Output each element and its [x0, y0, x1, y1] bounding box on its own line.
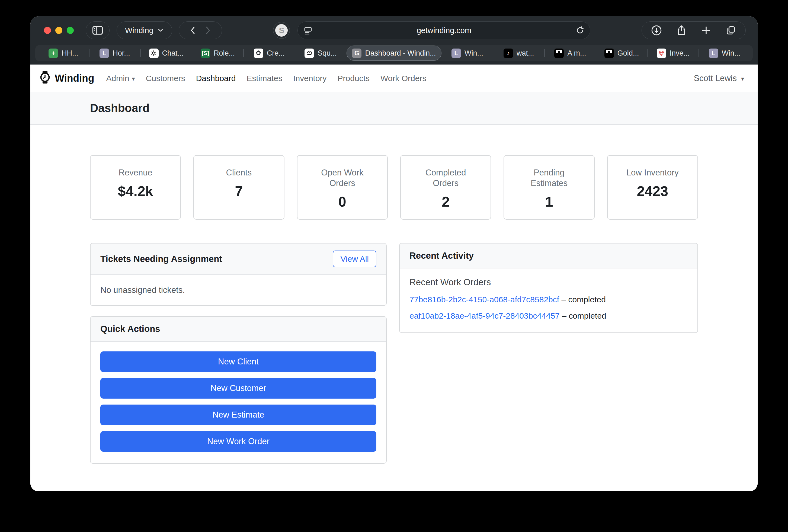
stat-card-low-inventory: Low Inventory 2423 — [607, 155, 698, 220]
green-s-icon: [S] — [201, 48, 210, 58]
nav-customers[interactable]: Customers — [146, 74, 185, 83]
nav-admin[interactable]: Admin▾ — [106, 74, 135, 83]
tab-group-label: Winding — [125, 26, 154, 35]
brand[interactable]: Winding — [39, 71, 94, 86]
black-white-block-icon — [554, 48, 564, 58]
red-crystal-icon — [657, 48, 666, 58]
work-order-link[interactable]: eaf10ab2-18ae-4af5-94c7-28403bc44457 — [410, 311, 560, 320]
tab-dashboard-active[interactable]: G Dashboard - Windin... — [347, 45, 441, 61]
titlebar: Winding S getwinding. — [31, 16, 757, 44]
letter-l-icon: L — [709, 48, 718, 58]
toolbar-actions — [642, 21, 746, 39]
user-menu[interactable]: Scott Lewis ▾ — [694, 74, 744, 83]
main-area: Revenue $4.2k Clients 7 Open Work Orders… — [31, 125, 757, 491]
watch-logo-icon — [39, 71, 51, 86]
downloads-icon[interactable] — [651, 25, 662, 36]
stat-card-pending-estimates: Pending Estimates 1 — [504, 155, 594, 220]
minimize-window-button[interactable] — [55, 27, 62, 34]
work-order-row: 77be816b-2b2c-4150-a068-afd7c8582bcf – c… — [410, 295, 688, 304]
stat-card-revenue: Revenue $4.2k — [90, 155, 181, 220]
tab-inve[interactable]: Inve... — [648, 45, 698, 61]
recent-activity-title: Recent Activity — [410, 251, 474, 261]
site-navbar: Winding Admin▾ Customers Dashboard Estim… — [31, 64, 757, 92]
tab-cre[interactable]: Cre... — [244, 45, 295, 61]
tab-squ[interactable]: Squ... — [295, 45, 346, 61]
user-name: Scott Lewis — [694, 74, 737, 83]
page-header: Dashboard — [31, 92, 757, 125]
recent-work-orders-heading: Recent Work Orders — [410, 277, 688, 288]
browser-chrome: Winding S getwinding. — [31, 16, 757, 64]
url-text: getwinding.com — [298, 26, 590, 35]
tab-chat[interactable]: Chat... — [141, 45, 192, 61]
nav-products[interactable]: Products — [338, 74, 370, 83]
forward-icon[interactable] — [205, 26, 211, 35]
letter-g-icon: G — [352, 48, 361, 58]
tab-win-1[interactable]: L Win... — [442, 45, 493, 61]
new-customer-button[interactable]: New Customer — [100, 378, 376, 399]
stat-card-open-work-orders: Open Work Orders 0 — [297, 155, 388, 220]
tab-overview-icon[interactable] — [725, 25, 736, 36]
spreadsheet-cross-icon: + — [48, 48, 58, 58]
tab-gold[interactable]: Gold... — [596, 45, 647, 61]
chevron-down-icon — [157, 28, 164, 33]
chevron-down-icon: ▾ — [132, 75, 135, 82]
share-icon[interactable] — [676, 25, 687, 36]
tickets-panel-title: Tickets Needing Assignment — [100, 254, 222, 264]
view-all-button[interactable]: View All — [333, 251, 376, 267]
tab-am[interactable]: A m... — [545, 45, 596, 61]
dark-ring-icon — [254, 48, 263, 58]
music-note-icon: ♪ — [504, 48, 513, 58]
chatgpt-knot-icon — [149, 48, 159, 58]
tab-role[interactable]: [S] Role... — [192, 45, 243, 61]
work-order-status: – completed — [562, 311, 606, 320]
nav-dashboard[interactable]: Dashboard — [196, 74, 236, 83]
work-order-link[interactable]: 77be816b-2b2c-4150-a068-afd7c8582bcf — [410, 295, 559, 304]
squiggle-icon — [304, 48, 314, 58]
nav-work-orders[interactable]: Work Orders — [380, 74, 426, 83]
page-content: Winding Admin▾ Customers Dashboard Estim… — [31, 64, 757, 491]
sidebar-toggle-icon — [92, 26, 103, 35]
new-estimate-button[interactable]: New Estimate — [100, 405, 376, 425]
quick-actions-title: Quick Actions — [100, 324, 160, 334]
chevron-down-icon: ▾ — [741, 75, 744, 82]
recent-activity-panel: Recent Activity Recent Work Orders 77be8… — [399, 243, 698, 333]
site-menu: Admin▾ Customers Dashboard Estimates Inv… — [106, 74, 427, 83]
extension-s-icon[interactable]: S — [273, 22, 290, 39]
work-order-row: eaf10ab2-18ae-4af5-94c7-28403bc44457 – c… — [410, 311, 688, 320]
new-work-order-button[interactable]: New Work Order — [100, 431, 376, 452]
sidebar-toggle-button[interactable] — [86, 21, 110, 39]
tab-hh[interactable]: + HH... — [38, 45, 89, 61]
tab-group-selector[interactable]: Winding — [117, 21, 172, 39]
page-title: Dashboard — [90, 102, 698, 115]
tickets-panel: Tickets Needing Assignment View All No u… — [90, 243, 387, 306]
browser-window: Winding S getwinding. — [31, 16, 757, 491]
tab-win-2[interactable]: L Win... — [699, 45, 750, 61]
brand-name: Winding — [55, 73, 94, 84]
quick-actions-panel: Quick Actions New Client New Customer Ne… — [90, 316, 387, 464]
letter-l-icon: L — [452, 48, 461, 58]
window-controls — [44, 27, 74, 34]
stat-card-completed-orders: Completed Orders 2 — [400, 155, 491, 220]
tab-strip: + HH... L Hor... Chat... [S] Role... — [35, 45, 753, 61]
back-icon[interactable] — [190, 26, 196, 35]
letter-l-icon: L — [99, 48, 109, 58]
close-window-button[interactable] — [44, 27, 51, 34]
address-bar[interactable]: getwinding.com — [297, 21, 590, 39]
new-tab-icon[interactable] — [701, 25, 711, 36]
zoom-window-button[interactable] — [67, 27, 74, 34]
address-zone: S getwinding.com — [222, 21, 642, 39]
new-client-button[interactable]: New Client — [100, 351, 376, 372]
tickets-empty-message: No unassigned tickets. — [100, 285, 185, 295]
tab-wat[interactable]: ♪ wat... — [493, 45, 544, 61]
history-nav — [179, 21, 222, 39]
tab-hor[interactable]: L Hor... — [90, 45, 140, 61]
nav-estimates[interactable]: Estimates — [247, 74, 282, 83]
stat-cards: Revenue $4.2k Clients 7 Open Work Orders… — [90, 155, 698, 220]
black-white-block-icon — [605, 48, 614, 58]
work-order-status: – completed — [561, 295, 606, 304]
nav-inventory[interactable]: Inventory — [293, 74, 327, 83]
stat-card-clients: Clients 7 — [193, 155, 284, 220]
